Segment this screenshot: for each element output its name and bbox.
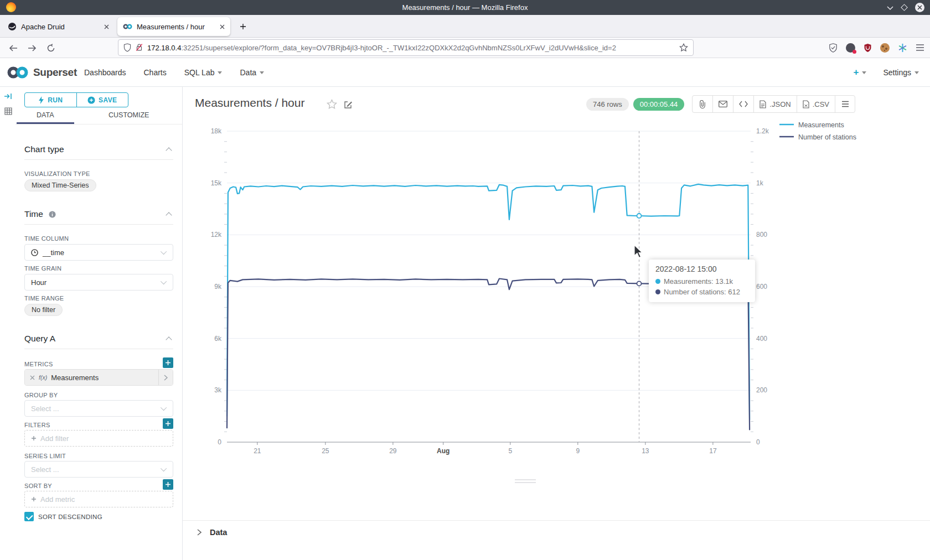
tracking-shield-icon[interactable] [123, 43, 131, 52]
window-close-button[interactable] [915, 3, 924, 12]
browser-tab-apache-druid[interactable]: Apache Druid [2, 17, 115, 36]
sort-descending-checkbox[interactable] [24, 512, 34, 521]
brand-name: Superset [33, 66, 77, 79]
forward-button[interactable] [25, 42, 39, 55]
sort-by-label: SORT BY [24, 483, 52, 489]
menu-hamburger-icon[interactable] [916, 44, 924, 51]
chevron-up-icon[interactable] [166, 336, 172, 343]
extension-shield-check-icon[interactable] [829, 43, 838, 53]
tooltip-row: Number of stations: 612 [655, 287, 748, 297]
window-maximize-button[interactable] [901, 4, 908, 11]
add-sort-metric-button[interactable] [163, 479, 173, 490]
chart-menu-button[interactable] [835, 96, 855, 112]
series-limit-label: SERIES LIMIT [24, 453, 66, 459]
bookmark-star-icon[interactable] [679, 43, 688, 52]
time-grain-select[interactable]: Hour [24, 274, 173, 291]
file-icon [760, 100, 766, 108]
extension-mask-icon[interactable] [846, 43, 855, 53]
panel-resize-handle[interactable] [515, 479, 536, 485]
new-tab-button[interactable] [237, 20, 249, 33]
svg-text:0: 0 [218, 438, 221, 446]
visualization-type-pill[interactable]: Mixed Time-Series [24, 179, 96, 191]
chevron-up-icon[interactable] [166, 212, 172, 218]
clock-icon [31, 249, 38, 256]
section-query-a[interactable]: Query A [24, 334, 55, 344]
superset-logo[interactable]: Superset [7, 58, 77, 87]
paperclip-icon [699, 100, 706, 108]
svg-text:5: 5 [508, 447, 512, 455]
time-column-select[interactable]: __time [24, 244, 173, 261]
divider [24, 159, 173, 160]
tab-close-icon[interactable] [220, 24, 225, 29]
dataset-grid-icon[interactable] [4, 107, 13, 118]
save-button[interactable]: SAVE [76, 93, 128, 107]
nav-dashboards[interactable]: Dashboards [84, 68, 126, 77]
plus-icon [31, 496, 37, 502]
insecure-lock-icon[interactable] [136, 43, 143, 52]
url-path: :32251/superset/explore/?form_data_key=O… [181, 44, 616, 52]
extension-spark-icon[interactable] [898, 43, 907, 53]
svg-text:13: 13 [642, 447, 649, 455]
section-chart-type[interactable]: Chart type [24, 144, 64, 154]
favorite-star-icon[interactable] [327, 99, 337, 110]
lightning-icon [38, 96, 44, 104]
svg-text:1.2k: 1.2k [756, 127, 769, 135]
data-panel-toggle[interactable]: Data [197, 528, 227, 537]
nav-charts[interactable]: Charts [144, 68, 167, 77]
collapse-dataset-panel-icon[interactable] [4, 92, 13, 103]
section-time[interactable]: Time [24, 209, 56, 219]
superset-favicon [123, 23, 132, 30]
new-item-button[interactable]: + [853, 67, 866, 78]
tab-data[interactable]: DATA [37, 111, 54, 119]
url-bar[interactable]: 172.18.0.4:32251/superset/explore/?form_… [118, 39, 694, 56]
chevron-down-icon [161, 278, 167, 284]
chevron-right-icon [197, 529, 202, 536]
svg-text:800: 800 [756, 231, 767, 238]
add-filter-dropzone[interactable]: Add filter [24, 430, 173, 447]
run-save-group: RUN SAVE [24, 92, 128, 107]
group-by-select[interactable]: Select ... [24, 400, 173, 417]
caret-down-icon [218, 71, 222, 74]
nav-sql-lab[interactable]: SQL Lab [184, 68, 223, 77]
caret-down-icon [862, 71, 866, 74]
extension-ublock-icon[interactable] [864, 43, 872, 53]
metric-expand-arrow[interactable] [158, 370, 173, 385]
svg-text:Number of stations: Number of stations [798, 133, 856, 141]
tab-customize[interactable]: CUSTOMIZE [108, 111, 149, 119]
url-text[interactable]: 172.18.0.4:32251/superset/explore/?form_… [147, 44, 675, 52]
copy-link-button[interactable] [693, 96, 712, 112]
add-sort-metric-dropzone[interactable]: Add metric [24, 491, 173, 507]
time-grain-label: TIME GRAIN [24, 265, 61, 272]
extension-cookie-icon[interactable] [880, 43, 890, 53]
chevron-up-icon[interactable] [166, 147, 172, 153]
export-csv-button[interactable]: .CSV [797, 96, 835, 112]
export-json-button[interactable]: .JSON [753, 96, 796, 112]
svg-text:25: 25 [322, 447, 329, 455]
settings-menu[interactable]: Settings [883, 68, 919, 77]
edit-title-icon[interactable] [344, 100, 353, 109]
page-title: Measurements / hour [195, 96, 304, 110]
metrics-label: METRICS [24, 361, 53, 367]
run-button[interactable]: RUN [25, 93, 76, 107]
window-title: Measurements / hour — Mozilla Firefox [0, 3, 930, 12]
tab-close-icon[interactable] [104, 24, 109, 29]
window-minimize-button[interactable] [887, 3, 893, 13]
email-button[interactable] [712, 96, 733, 112]
metric-name: Measurements [51, 374, 99, 382]
chart-tooltip: 2022-08-12 15:00 Measurements: 13.1k Num… [649, 260, 755, 302]
add-filter-button[interactable] [163, 418, 173, 429]
svg-text:0: 0 [756, 438, 760, 446]
nav-data[interactable]: Data [240, 68, 264, 77]
back-button[interactable] [7, 42, 20, 55]
metric-item-measurements[interactable]: f(x) Measurements [24, 369, 173, 386]
svg-text:Measurements: Measurements [798, 121, 844, 129]
embed-code-button[interactable] [733, 96, 753, 112]
browser-tab-measurements-hour[interactable]: Measurements / hour [117, 17, 230, 36]
reload-button[interactable] [44, 42, 58, 55]
add-metric-button[interactable] [163, 357, 173, 368]
timeseries-chart[interactable]: 18k15k12k9k6k3k01.2k1k800600400200021252… [183, 119, 930, 484]
time-range-pill[interactable]: No filter [24, 304, 63, 316]
remove-metric-icon[interactable] [30, 375, 35, 380]
series-limit-select[interactable]: Select ... [24, 461, 173, 478]
svg-text:9: 9 [576, 447, 580, 455]
